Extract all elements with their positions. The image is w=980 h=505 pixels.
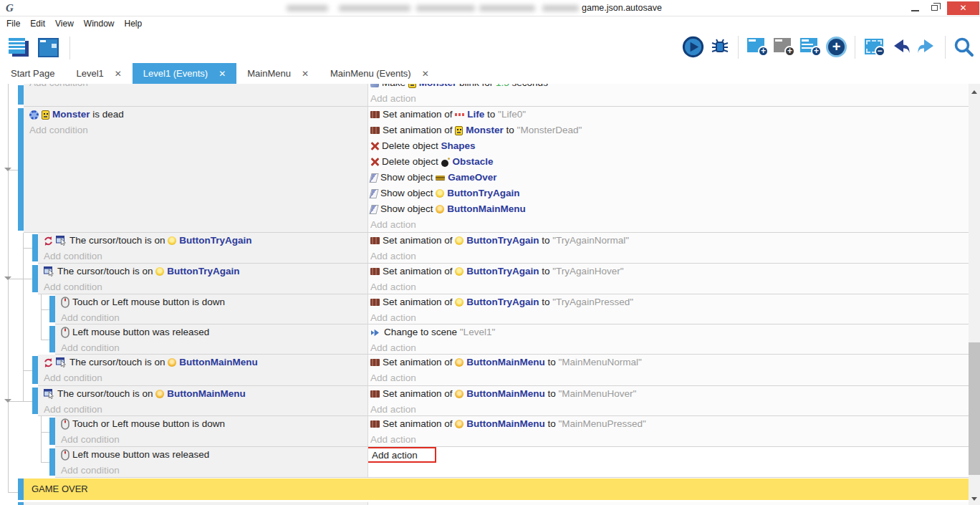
event-line[interactable]: Left mouse button was released [61,324,368,340]
event-line[interactable]: Set animation of Life to "Life0" [370,107,969,122]
event-line[interactable]: Make Monster blink for 1.5 seconds [370,84,969,91]
event-line[interactable]: Touch or Left mouse button is down [61,294,368,310]
event-line[interactable]: Add condition [61,310,368,324]
event-line[interactable]: Add condition [61,463,368,478]
event-selection-bar[interactable] [49,418,55,445]
event-line[interactable]: Add action [370,370,969,386]
scene-editor-icon[interactable] [37,36,60,59]
event-line[interactable]: Set animation of ButtonMainMenu to "Main… [370,355,969,370]
event-line[interactable]: Set animation of ButtonTryAgain to "TryA… [370,294,969,310]
scroll-up-icon[interactable] [971,90,977,94]
tab-mainmenu[interactable]: MainMenu✕ [236,63,320,84]
actions-cell[interactable]: Set animation of ButtonMainMenu to "Main… [368,416,969,447]
actions-cell[interactable]: Set animation of Life to "Life0"Set anim… [368,107,969,233]
actions-cell[interactable]: Set animation of ButtonTryAgain to "TryA… [368,294,969,324]
event-line[interactable]: Set animation of ButtonMainMenu to "Main… [370,416,969,432]
event-selection-bar[interactable] [32,388,38,414]
actions-cell[interactable]: Set animation of ButtonTryAgain to "TryA… [368,264,969,294]
event-line[interactable]: Add condition [29,84,368,91]
tab-mainmenu-events-[interactable]: MainMenu (Events)✕ [320,63,440,84]
menu-file[interactable]: File [0,19,25,29]
restore-button[interactable] [931,5,938,11]
event-selection-bar[interactable] [49,296,55,322]
event-line[interactable]: Add action [370,402,969,416]
event-selection-bar[interactable] [49,448,55,476]
event-line[interactable]: Add action [370,447,969,463]
event-line[interactable]: Set animation of Monster to "MonsterDead… [370,122,969,138]
comment-background[interactable] [24,478,969,500]
conditions-cell[interactable]: The cursor/touch is on ButtonMainMenuAdd… [38,355,368,386]
menu-window[interactable]: Window [79,19,120,29]
event-selection-bar[interactable] [18,108,24,231]
event-selection-bar[interactable] [32,234,38,261]
tab-close-icon[interactable]: ✕ [218,69,226,79]
event-line[interactable]: Add condition [44,402,368,416]
tab-level1-events-[interactable]: Level1 (Events)✕ [133,63,236,84]
event-line[interactable]: Add action [370,432,969,447]
menu-view[interactable]: View [50,19,79,29]
conditions-cell[interactable]: The cursor/touch is on ButtonTryAgainAdd… [38,233,368,264]
event-line[interactable]: Set animation of ButtonTryAgain to "TryA… [370,233,969,249]
event-line[interactable]: Show object ButtonTryAgain [370,186,969,201]
event-line[interactable]: The cursor/touch is on ButtonTryAgain [44,233,368,249]
add-event-button[interactable]: + [745,35,769,59]
event-line[interactable]: Add action [370,249,969,264]
event-line[interactable]: Monster is dead [29,107,368,122]
event-selection-bar[interactable] [18,502,24,505]
conditions-cell[interactable]: Touch or Left mouse button is downAdd co… [55,294,368,324]
event-line[interactable]: The cursor/touch is on ButtonTryAgain [44,264,368,279]
tab-close-icon[interactable]: ✕ [302,69,309,79]
conditions-cell[interactable]: Touch or Left mouse button is downAdd co… [55,416,368,447]
redo-button[interactable] [915,35,938,59]
comment-row[interactable]: GAME OVER [0,478,969,501]
event-line[interactable]: Add action [370,340,969,355]
actions-cell[interactable]: Set animation of ButtonMainMenu to "Main… [368,355,969,386]
event-line[interactable]: Left mouse button was released [61,447,368,463]
conditions-cell[interactable]: The cursor/touch is on ButtonTryAgainAdd… [38,264,368,294]
actions-cell[interactable]: Add action [368,447,969,478]
event-line[interactable]: Set animation of ButtonMainMenu to "Main… [370,386,969,402]
event-line[interactable]: Show object GameOver [370,170,969,186]
event-line[interactable]: Add action [370,217,969,233]
actions-cell[interactable]: Change to scene "Level1"Add action [368,324,969,355]
event-line[interactable]: Add condition [29,122,368,138]
conditions-cell[interactable] [24,502,368,505]
conditions-cell[interactable]: Monster is deadAdd condition [24,107,368,233]
menu-edit[interactable]: Edit [25,19,50,29]
event-line[interactable]: Add condition [44,370,368,386]
event-selection-bar[interactable] [18,478,24,500]
actions-cell[interactable]: Make Monster blink for 1.5 secondsAdd ac… [368,84,969,107]
menu-help[interactable]: Help [120,19,148,29]
event-line[interactable]: Delete object Shapes [370,138,969,154]
actions-cell[interactable]: Set animation of ButtonTryAgain to "TryA… [368,233,969,264]
event-line[interactable]: Show object ButtonMainMenu [370,201,969,217]
undo-button[interactable] [888,35,912,59]
minimize-button[interactable] [911,10,919,11]
event-line[interactable]: Delete object Obstacle [370,154,969,170]
event-line[interactable]: Touch or Left mouse button is down [61,416,368,432]
actions-cell[interactable] [368,502,969,505]
events-sheet-icon[interactable] [7,36,31,59]
event-line[interactable]: Set animation of ButtonTryAgain to "TryA… [370,264,969,279]
tab-close-icon[interactable]: ✕ [115,69,122,79]
close-button[interactable]: ✕ [947,1,979,15]
conditions-cell[interactable]: Left mouse button was releasedAdd condit… [55,447,368,478]
tab-close-icon[interactable]: ✕ [422,69,429,79]
debug-button[interactable] [708,35,731,59]
event-selection-bar[interactable] [32,265,38,292]
search-button[interactable] [952,35,976,59]
event-line[interactable]: Add action [370,279,969,294]
vertical-scrollbar[interactable] [969,84,980,505]
event-line[interactable]: Add condition [61,432,368,447]
add-more-button[interactable]: + [825,35,848,59]
conditions-cell[interactable]: Left mouse button was releasedAdd condit… [55,324,368,355]
event-line[interactable]: Add condition [44,279,368,294]
add-comment-button[interactable]: + [772,35,795,59]
run-button[interactable] [681,35,705,59]
scroll-down-icon[interactable] [971,497,977,501]
event-line[interactable]: Add action [370,310,969,324]
event-selection-bar[interactable] [32,356,38,384]
event-line[interactable]: Add condition [44,249,368,264]
add-action-highlight-box[interactable]: Add action [368,447,436,463]
conditions-cell[interactable]: The cursor/touch is on ButtonMainMenuAdd… [38,386,368,416]
